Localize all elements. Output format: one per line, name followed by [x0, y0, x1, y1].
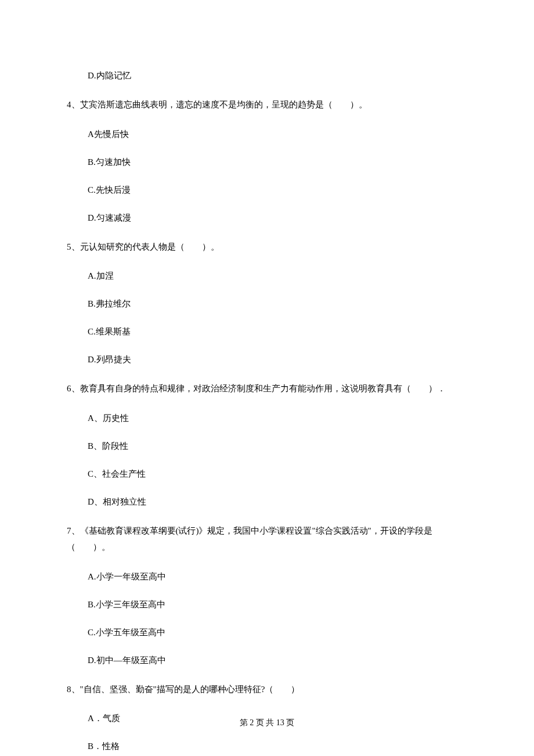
question-text: 教育具有自身的特点和规律，对政治经济制度和生产力有能动作用，这说明教育具有（ ）… — [80, 384, 446, 393]
question-7-options: A.小学一年级至高中 B.小学三年级至高中 C.小学五年级至高中 D.初中—年级… — [88, 570, 467, 667]
question-8: 8、"自信、坚强、勤奋"描写的是人的哪种心理特征?（ ） — [67, 681, 467, 698]
option-b: B.小学三年级至高中 — [88, 597, 467, 611]
document-page: D.内隐记忆 4、艾宾浩斯遗忘曲线表明，遗忘的速度不是均衡的，呈现的趋势是（ ）… — [0, 0, 534, 756]
option-c: C.先快后漫 — [88, 183, 467, 197]
question-6: 6、教育具有自身的特点和规律，对政治经济制度和生产力有能动作用，这说明教育具有（… — [67, 380, 467, 397]
option-c: C.小学五年级至高中 — [88, 625, 467, 639]
question-text: 艾宾浩斯遗忘曲线表明，遗忘的速度不是均衡的，呈现的趋势是（ ）。 — [80, 100, 367, 109]
option-b: B.匀速加快 — [88, 155, 467, 169]
question-7: 7、《基础教育课程改革纲要(试行)》规定，我国中小学课程设置"综合实践活动"，开… — [67, 523, 467, 556]
option-b: B．性格 — [88, 739, 467, 753]
option-d: D.匀速减漫 — [88, 211, 467, 225]
question-5-options: A.加涅 B.弗拉维尔 C.维果斯基 D.列昂捷夫 — [88, 269, 467, 366]
option-a: A、历史性 — [88, 411, 467, 425]
option-b: B、阶段性 — [88, 439, 467, 453]
question-4: 4、艾宾浩斯遗忘曲线表明，遗忘的速度不是均衡的，呈现的趋势是（ ）。 — [67, 96, 467, 113]
question-number: 5、 — [67, 242, 80, 251]
question-text: 《基础教育课程改革纲要(试行)》规定，我国中小学课程设置"综合实践活动"，开设的… — [67, 526, 432, 552]
question-number: 4、 — [67, 100, 80, 109]
leading-option-d: D.内隐记忆 — [88, 69, 467, 82]
option-d: D.列昂捷夫 — [88, 352, 467, 366]
question-4-options: A先慢后快 B.匀速加快 C.先快后漫 D.匀速减漫 — [88, 127, 467, 225]
page-footer: 第 2 页 共 13 页 — [0, 718, 534, 728]
option-a: A.小学一年级至高中 — [88, 570, 467, 584]
option-d: D.初中—年级至高中 — [88, 653, 467, 667]
question-5: 5、元认知研究的代表人物是（ ）。 — [67, 239, 467, 255]
option-d: D、相对独立性 — [88, 495, 467, 509]
option-c: C.维果斯基 — [88, 325, 467, 339]
question-text: "自信、坚强、勤奋"描写的是人的哪种心理特征?（ ） — [80, 685, 300, 694]
question-6-options: A、历史性 B、阶段性 C、社会生产性 D、相对独立性 — [88, 411, 467, 509]
option-c: C、社会生产性 — [88, 467, 467, 481]
option-a: A.加涅 — [88, 269, 467, 283]
question-number: 7、 — [67, 526, 80, 535]
question-number: 8、 — [67, 685, 80, 694]
option-b: B.弗拉维尔 — [88, 297, 467, 311]
question-number: 6、 — [67, 384, 80, 393]
question-text: 元认知研究的代表人物是（ ）。 — [80, 242, 219, 251]
option-a: A先慢后快 — [88, 127, 467, 141]
